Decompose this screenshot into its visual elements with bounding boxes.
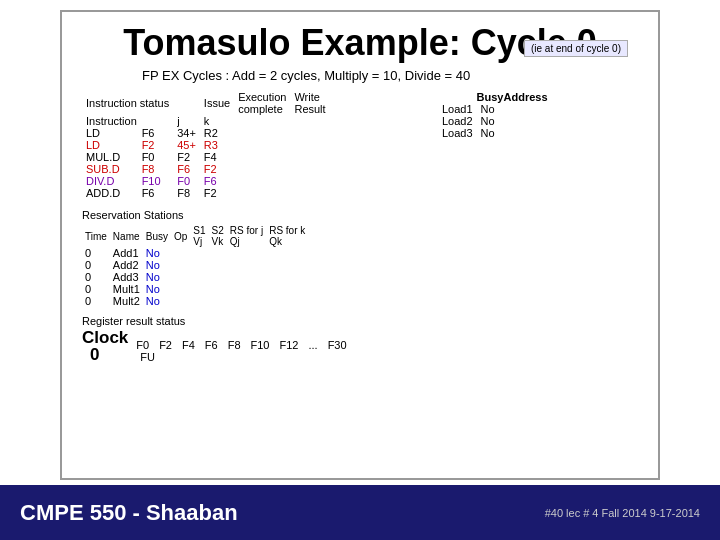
rs-row-mult1: 0 Mult1 No [82, 283, 308, 295]
rs-row-add1: 0 Add1 No [82, 247, 308, 259]
rs-th-qk: RS for kQk [266, 225, 308, 247]
load-th-empty [438, 91, 477, 103]
instr-45: 45+ [173, 139, 200, 151]
rs-busy-add2: No [143, 259, 171, 271]
instr-f8b: F8 [173, 187, 200, 199]
rs-th-time: Time [82, 225, 110, 247]
instr-addd: ADD.D [82, 187, 138, 199]
clock-value: 0 [90, 346, 128, 363]
instr-r3: R3 [200, 139, 234, 151]
rs-table: Time Name Busy Op S1Vj S2Vk RS for jQj R… [82, 225, 308, 307]
rs-th-busy: Busy [143, 225, 171, 247]
instr-f6b: F6 [173, 163, 200, 175]
load-th-busy: Busy [477, 91, 504, 103]
rs-busy-add1: No [143, 247, 171, 259]
bottom-bar: CMPE 550 - Shaaban #40 lec # 4 Fall 2014… [0, 485, 720, 540]
fu-label: FU [140, 351, 155, 363]
instr-divd: DIV.D [82, 175, 138, 187]
reg-dots: ... [308, 339, 317, 351]
clock-label: Clock [82, 329, 128, 346]
instr-f2: F2 [138, 139, 174, 151]
instr-r2: R2 [200, 127, 234, 139]
slide-area: Tomasulo Example: Cycle 0 (ie at end of … [60, 10, 660, 480]
rs-busy-mult1: No [143, 283, 171, 295]
load-busy-3: No [477, 127, 504, 139]
rs-time-0: 0 [82, 247, 110, 259]
th-instruction: Instruction [82, 115, 173, 127]
reg-f8: F8 [228, 339, 241, 351]
th-issue: Issue [200, 91, 234, 115]
rs-row-add2: 0 Add2 No [82, 259, 308, 271]
rs-th-op: Op [171, 225, 190, 247]
reg-f2: F2 [159, 339, 172, 351]
load-table: Busy Address Load1 No Load2 No [438, 91, 548, 139]
rs-time-0e: 0 [82, 295, 110, 307]
th-exec: Executioncomplete [234, 91, 290, 115]
register-result-status: Register result status Clock 0 F0 F2 F4 … [82, 315, 408, 363]
load-row-3: Load3 No [438, 127, 548, 139]
register-row: F0 F2 F4 F6 F8 F10 F12 ... F30 [136, 339, 346, 351]
th-k [173, 91, 200, 115]
th-k2: k [200, 115, 234, 127]
rs-row-mult2: 0 Mult2 No [82, 295, 308, 307]
rs-name-add2: Add2 [110, 259, 143, 271]
table-row: LD F2 45+ R3 [82, 139, 330, 151]
rs-th-s2: S2Vk [209, 225, 227, 247]
load-row-1: Load1 No [438, 103, 548, 115]
rs-name-mult1: Mult1 [110, 283, 143, 295]
load-busy-2: No [477, 115, 504, 127]
subtitle: FP EX Cycles : Add = 2 cycles, Multiply … [142, 68, 638, 83]
reservation-stations-section: Reservation Stations Time Name Busy Op S… [82, 205, 408, 307]
instr-ld1: LD [82, 127, 138, 139]
load-th-address: Address [504, 91, 548, 103]
fu-row: FU [140, 351, 346, 363]
load-name-1: Load1 [438, 103, 477, 115]
rs-th-name: Name [110, 225, 143, 247]
instr-34: 34+ [173, 127, 200, 139]
left-section: Instruction status Issue Executioncomple… [82, 91, 408, 363]
instr-muld: MUL.D [82, 151, 138, 163]
load-busy-1: No [477, 103, 504, 115]
instr-subd: SUB.D [82, 163, 138, 175]
instr-f0: F0 [138, 151, 174, 163]
note-badge: (ie at end of cycle 0) [524, 40, 628, 57]
rs-label: Reservation Stations [82, 209, 184, 221]
table-row: LD F6 34+ R2 [82, 127, 330, 139]
instr-f6: F6 [138, 127, 174, 139]
instr-f10: F10 [138, 175, 174, 187]
th-write: WriteResult [290, 91, 329, 115]
instr-f2b: F2 [173, 151, 200, 163]
rs-time-0b: 0 [82, 259, 110, 271]
instr-f2c: F2 [200, 163, 234, 175]
reg-f4: F4 [182, 339, 195, 351]
reg-f30: F30 [328, 339, 347, 351]
rs-busy-mult2: No [143, 295, 171, 307]
reg-f12: F12 [279, 339, 298, 351]
load-name-3: Load3 [438, 127, 477, 139]
instruction-table: Instruction status Issue Executioncomple… [82, 91, 330, 199]
instr-status-header: Instruction status [82, 91, 173, 115]
reg-f0: F0 [136, 339, 149, 351]
bottom-title: CMPE 550 - Shaaban [20, 500, 238, 526]
rs-row-add3: 0 Add3 No [82, 271, 308, 283]
rs-time-0c: 0 [82, 271, 110, 283]
rs-busy-add3: No [143, 271, 171, 283]
bottom-info: #40 lec # 4 Fall 2014 9-17-2014 [545, 507, 700, 519]
rs-th-qj: RS for jQj [227, 225, 266, 247]
instr-ld2: LD [82, 139, 138, 151]
table-row: SUB.D F8 F6 F2 [82, 163, 330, 175]
reg-f10: F10 [251, 339, 270, 351]
main-container: Tomasulo Example: Cycle 0 (ie at end of … [0, 0, 720, 540]
table-row: DIV.D F10 F0 F6 [82, 175, 330, 187]
load-row-2: Load2 No [438, 115, 548, 127]
table-row: ADD.D F6 F8 F2 [82, 187, 330, 199]
instr-f6d: F6 [138, 187, 174, 199]
register-label: Register result status [82, 315, 408, 327]
rs-time-0d: 0 [82, 283, 110, 295]
table-row: MUL.D F0 F2 F4 [82, 151, 330, 163]
load-name-2: Load2 [438, 115, 477, 127]
instr-f6c: F6 [200, 175, 234, 187]
instr-f2d: F2 [200, 187, 234, 199]
instr-f4: F4 [200, 151, 234, 163]
rs-name-mult2: Mult2 [110, 295, 143, 307]
